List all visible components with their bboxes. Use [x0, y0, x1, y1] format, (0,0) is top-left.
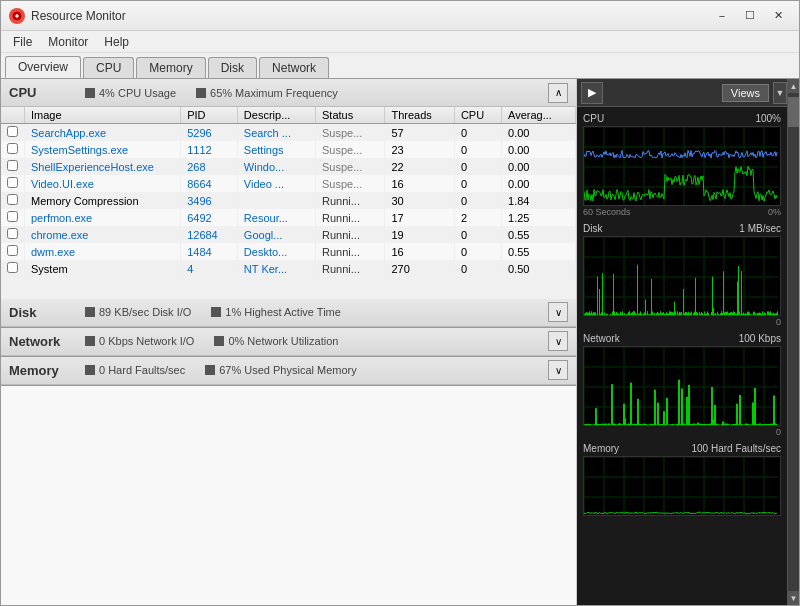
th-threads[interactable]: Threads — [385, 107, 454, 124]
th-pid[interactable]: PID — [181, 107, 238, 124]
table-row[interactable]: Memory Compression 3496 Runni... 30 0 1.… — [1, 192, 576, 209]
proc-name: ShellExperienceHost.exe — [25, 158, 181, 175]
close-button[interactable]: ✕ — [765, 6, 791, 26]
proc-checkbox[interactable] — [1, 243, 25, 260]
proc-pid: 1484 — [181, 243, 238, 260]
network-title: Network — [9, 334, 69, 349]
menu-help[interactable]: Help — [96, 33, 137, 51]
cpu-graph-label: CPU 100% — [583, 113, 781, 124]
right-panel-header: ▶ Views ▼ — [577, 79, 787, 107]
proc-threads: 16 — [385, 175, 454, 192]
network-expand-btn[interactable]: ∨ — [548, 331, 568, 351]
table-row[interactable]: chrome.exe 12684 Googl... Runni... 19 0 … — [1, 226, 576, 243]
process-table-container: Image PID Descrip... Status Threads CPU … — [1, 107, 576, 299]
disk-expand-btn[interactable]: ∨ — [548, 302, 568, 322]
proc-threads: 16 — [385, 243, 454, 260]
memory-expand-btn[interactable]: ∨ — [548, 360, 568, 380]
disk-section-header[interactable]: Disk 89 KB/sec Disk I/O 1% Highest Activ… — [1, 299, 576, 327]
table-row[interactable]: Video.UI.exe 8664 Video ... Suspe... 16 … — [1, 175, 576, 192]
disk-graph-scale-bottom: 0 — [776, 317, 781, 327]
th-average[interactable]: Averag... — [502, 107, 576, 124]
proc-cpu: 0 — [454, 158, 501, 175]
tab-cpu[interactable]: CPU — [83, 57, 134, 78]
tab-memory[interactable]: Memory — [136, 57, 205, 78]
proc-threads: 17 — [385, 209, 454, 226]
proc-avg: 0.55 — [502, 226, 576, 243]
proc-status: Runni... — [316, 260, 385, 277]
memory-graph-canvas — [584, 457, 778, 515]
scroll-thumb[interactable] — [788, 97, 799, 127]
table-row[interactable]: System 4 NT Ker... Runni... 270 0 0.50 — [1, 260, 576, 277]
proc-status: Runni... — [316, 192, 385, 209]
th-desc[interactable]: Descrip... — [237, 107, 315, 124]
proc-name: chrome.exe — [25, 226, 181, 243]
proc-pid: 1112 — [181, 141, 238, 158]
th-image[interactable]: Image — [25, 107, 181, 124]
tab-disk[interactable]: Disk — [208, 57, 257, 78]
proc-name: SystemSettings.exe — [25, 141, 181, 158]
network-section-header[interactable]: Network 0 Kbps Network I/O 0% Network Ut… — [1, 328, 576, 356]
window-title: Resource Monitor — [31, 9, 709, 23]
cpu-graph-scale-top: 100% — [755, 113, 781, 124]
proc-checkbox[interactable] — [1, 260, 25, 277]
proc-threads: 22 — [385, 158, 454, 175]
proc-checkbox[interactable] — [1, 192, 25, 209]
tab-bar: Overview CPU Memory Disk Network — [1, 53, 799, 79]
disk-graph-title: Disk — [583, 223, 602, 234]
table-header-row: Image PID Descrip... Status Threads CPU … — [1, 107, 576, 124]
memory-stat1: 0 Hard Faults/sec — [85, 364, 185, 376]
proc-pid: 6492 — [181, 209, 238, 226]
scroll-down-btn[interactable]: ▼ — [788, 591, 799, 605]
table-row[interactable]: SearchApp.exe 5296 Search ... Suspe... 5… — [1, 124, 576, 142]
memory-graph-section: Memory 100 Hard Faults/sec — [579, 439, 785, 518]
app-icon — [9, 8, 25, 24]
memory-stat1-text: 0 Hard Faults/sec — [99, 364, 185, 376]
cpu-section-header[interactable]: CPU 4% CPU Usage 65% Maximum Frequency ∧ — [1, 79, 576, 107]
proc-cpu: 0 — [454, 192, 501, 209]
proc-checkbox[interactable] — [1, 175, 25, 192]
proc-cpu: 0 — [454, 226, 501, 243]
freq-stat-icon — [196, 88, 206, 98]
th-checkbox[interactable] — [1, 107, 25, 124]
proc-checkbox[interactable] — [1, 141, 25, 158]
menu-bar: File Monitor Help — [1, 31, 799, 53]
views-dropdown-btn[interactable]: ▼ — [773, 82, 787, 104]
cpu-stat2-text: 65% Maximum Frequency — [210, 87, 338, 99]
table-row[interactable]: ShellExperienceHost.exe 268 Windo... Sus… — [1, 158, 576, 175]
disk-graph-canvas — [584, 237, 778, 315]
process-table-scroll[interactable]: Image PID Descrip... Status Threads CPU … — [1, 107, 576, 277]
th-status[interactable]: Status — [316, 107, 385, 124]
cpu-graph-title: CPU — [583, 113, 604, 124]
menu-monitor[interactable]: Monitor — [40, 33, 96, 51]
cpu-stat2: 65% Maximum Frequency — [196, 87, 338, 99]
tab-network[interactable]: Network — [259, 57, 329, 78]
right-graphs-area[interactable]: CPU 100% 60 Seconds 0% — [577, 107, 787, 605]
proc-status: Suspe... — [316, 175, 385, 192]
minimize-button[interactable]: − — [709, 6, 735, 26]
table-row[interactable]: perfmon.exe 6492 Resour... Runni... 17 2… — [1, 209, 576, 226]
proc-status: Runni... — [316, 243, 385, 260]
right-panel-scrollbar[interactable]: ▲ ▼ — [787, 79, 799, 605]
scroll-track — [788, 93, 799, 591]
content-area: CPU 4% CPU Usage 65% Maximum Frequency ∧ — [1, 79, 799, 605]
memory-section-header[interactable]: Memory 0 Hard Faults/sec 67% Used Physic… — [1, 357, 576, 385]
cpu-expand-btn[interactable]: ∧ — [548, 83, 568, 103]
maximize-button[interactable]: ☐ — [737, 6, 763, 26]
disk-stat2-text: 1% Highest Active Time — [225, 306, 341, 318]
th-cpu[interactable]: CPU — [454, 107, 501, 124]
proc-avg: 0.00 — [502, 141, 576, 158]
proc-checkbox[interactable] — [1, 158, 25, 175]
cpu-graph-scale-bottom: 0% — [768, 207, 781, 217]
menu-file[interactable]: File — [5, 33, 40, 51]
views-button[interactable]: Views — [722, 84, 769, 102]
network-stat2-icon — [214, 336, 224, 346]
table-row[interactable]: SystemSettings.exe 1112 Settings Suspe..… — [1, 141, 576, 158]
scroll-up-btn[interactable]: ▲ — [788, 79, 799, 93]
tab-overview[interactable]: Overview — [5, 56, 81, 78]
proc-checkbox[interactable] — [1, 226, 25, 243]
table-row[interactable]: dwm.exe 1484 Deskto... Runni... 16 0 0.5… — [1, 243, 576, 260]
right-expand-btn[interactable]: ▶ — [581, 82, 603, 104]
proc-cpu: 2 — [454, 209, 501, 226]
proc-checkbox[interactable] — [1, 209, 25, 226]
proc-checkbox[interactable] — [1, 124, 25, 142]
